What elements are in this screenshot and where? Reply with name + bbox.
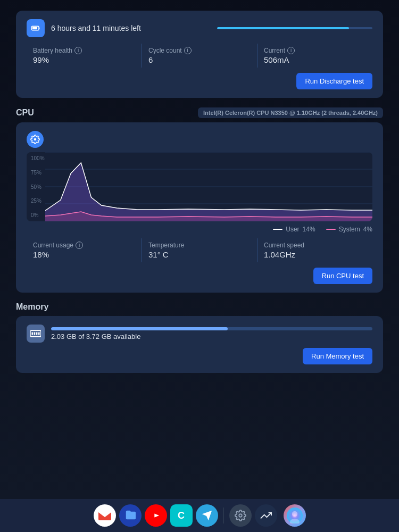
cpu-chart-header	[27, 131, 372, 148]
svg-point-19	[292, 511, 297, 517]
svg-rect-1	[39, 28, 40, 29]
battery-current-value: 506mA	[264, 55, 366, 64]
svg-rect-2	[32, 27, 37, 30]
svg-rect-13	[36, 332, 38, 335]
svg-rect-11	[32, 332, 34, 335]
cpu-card: 100% 75% 50% 25% 0%	[16, 122, 383, 293]
chart-label-0: 0%	[31, 212, 45, 218]
cpu-chart-legend: User 14% System 4%	[27, 226, 372, 233]
memory-available-text: 2.03 GB of 3.72 GB available	[51, 332, 372, 340]
svg-point-17	[239, 514, 242, 517]
battery-stats-row: Battery health i 99% Cycle count i 6 Cur…	[27, 44, 372, 68]
cpu-usage-value: 18%	[33, 250, 135, 259]
memory-icon	[27, 325, 45, 343]
taskbar-divider	[223, 508, 224, 523]
memory-card: 2.03 GB of 3.72 GB available Run Memory …	[16, 316, 383, 373]
taskbar-telegram-icon[interactable]	[196, 504, 218, 527]
svg-marker-8	[45, 163, 372, 221]
legend-system: System 4%	[326, 226, 372, 233]
memory-section-label: Memory	[16, 302, 48, 312]
cpu-gear-icon	[27, 131, 44, 148]
battery-time-label: 6 hours and 11 minutes left	[51, 24, 206, 32]
battery-progress-fill	[217, 27, 349, 29]
taskbar-files-icon[interactable]	[119, 504, 142, 527]
chart-label-75: 75%	[31, 170, 45, 176]
cpu-action-row: Run CPU test	[27, 268, 372, 284]
legend-user-line	[273, 229, 282, 230]
battery-action-row: Run Discharge test	[27, 73, 372, 89]
cycle-count-info-icon[interactable]: i	[184, 47, 192, 54]
svg-rect-14	[38, 332, 40, 335]
battery-current-label: Current i	[264, 47, 366, 54]
run-cpu-test-button[interactable]: Run CPU test	[313, 268, 372, 284]
legend-system-value: 4%	[363, 226, 372, 233]
battery-current-stat: Current i 506mA	[257, 44, 372, 68]
cpu-temp-value: 31° C	[148, 250, 251, 259]
battery-icon	[27, 19, 45, 37]
cpu-chart: 100% 75% 50% 25% 0%	[27, 152, 372, 221]
cpu-temp-stat: Temperature 31° C	[142, 238, 257, 262]
battery-health-value: 99%	[33, 55, 135, 64]
canva-letter: C	[178, 510, 185, 521]
memory-section-header: Memory	[16, 302, 383, 312]
cpu-stats-row: Current usage i 18% Temperature 31° C Cu…	[27, 238, 372, 262]
memory-bar	[51, 327, 372, 330]
cpu-speed-stat: Current speed 1.04GHz	[257, 238, 372, 262]
taskbar-avatar[interactable]	[284, 504, 306, 527]
legend-system-line	[326, 229, 336, 230]
cycle-count-value: 6	[148, 55, 251, 64]
taskbar: C	[0, 499, 399, 532]
battery-current-info-icon[interactable]: i	[287, 47, 295, 54]
taskbar-canva-icon[interactable]: C	[170, 504, 193, 527]
memory-action-row: Run Memory test	[27, 348, 372, 364]
taskbar-settings-icon[interactable]	[229, 504, 252, 527]
memory-bar-fill	[51, 327, 228, 330]
run-discharge-test-button[interactable]: Run Discharge test	[296, 73, 372, 89]
battery-health-info-icon[interactable]: i	[74, 47, 82, 54]
legend-user-value: 14%	[303, 226, 315, 233]
cycle-count-label: Cycle count i	[148, 47, 251, 54]
cpu-speed-label: Current speed	[264, 242, 366, 249]
run-memory-test-button[interactable]: Run Memory test	[303, 348, 372, 364]
battery-health-label: Battery health i	[33, 47, 135, 54]
chart-label-50: 50%	[31, 184, 45, 190]
cpu-section-header: CPU Intel(R) Celeron(R) CPU N3350 @ 1.10…	[16, 107, 383, 118]
battery-health-stat: Battery health i 99%	[27, 44, 142, 68]
cpu-usage-label: Current usage i	[33, 242, 135, 249]
memory-section: Memory 2.03 GB of 3.72 G	[16, 302, 383, 373]
legend-system-label: System	[339, 226, 360, 233]
chart-label-100: 100%	[31, 155, 45, 161]
battery-progress-bar	[217, 27, 372, 29]
cpu-usage-stat: Current usage i 18%	[27, 238, 142, 262]
cpu-speed-value: 1.04GHz	[264, 250, 366, 259]
cpu-temp-label: Temperature	[148, 242, 251, 249]
svg-rect-12	[34, 332, 35, 335]
legend-user-label: User	[286, 226, 299, 233]
cpu-chart-y-labels: 100% 75% 50% 25% 0%	[31, 152, 45, 221]
memory-bar-wrapper: 2.03 GB of 3.72 GB available	[51, 327, 372, 340]
cpu-usage-info-icon[interactable]: i	[76, 242, 83, 249]
cpu-model-badge: Intel(R) Celeron(R) CPU N3350 @ 1.10GHz …	[198, 107, 383, 118]
taskbar-gmail-icon[interactable]	[94, 504, 116, 527]
cpu-section-label: CPU	[16, 108, 34, 118]
chart-label-25: 25%	[31, 198, 45, 204]
memory-header: 2.03 GB of 3.72 GB available	[27, 325, 372, 343]
taskbar-youtube-icon[interactable]	[145, 504, 167, 527]
battery-card: 6 hours and 11 minutes left Battery heal…	[16, 11, 383, 98]
cycle-count-stat: Cycle count i 6	[142, 44, 257, 68]
legend-user: User 14%	[273, 226, 315, 233]
taskbar-analytics-icon[interactable]	[255, 504, 277, 527]
